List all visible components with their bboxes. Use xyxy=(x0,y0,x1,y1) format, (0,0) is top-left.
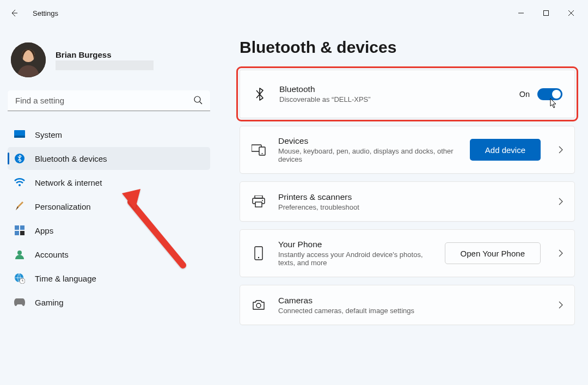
svg-point-23 xyxy=(258,257,259,258)
search-input[interactable] xyxy=(8,90,210,111)
accounts-icon xyxy=(14,249,25,260)
globe-clock-icon xyxy=(14,273,25,284)
window-controls xyxy=(509,4,584,22)
arrow-left-icon xyxy=(10,9,19,17)
svg-point-2 xyxy=(22,49,35,62)
apps-icon xyxy=(14,225,25,236)
gaming-icon xyxy=(14,297,25,308)
devices-icon xyxy=(251,144,266,156)
search-box[interactable] xyxy=(8,90,210,111)
chevron-right-icon xyxy=(558,145,564,154)
svg-rect-5 xyxy=(14,136,25,138)
printer-icon xyxy=(251,195,266,207)
sidebar-item-time[interactable]: Time & language xyxy=(8,267,210,290)
card-devices[interactable]: Devices Mouse, keyboard, pen, audio, dis… xyxy=(240,126,575,174)
back-button[interactable] xyxy=(7,5,22,21)
main-content: Bluetooth & devices Bluetooth Discoverab… xyxy=(218,26,588,385)
sidebar-item-personalization[interactable]: Personalization xyxy=(8,195,210,218)
card-title: Printers & scanners xyxy=(278,192,541,202)
card-title: Your Phone xyxy=(278,240,433,249)
card-subtitle: Preferences, troubleshoot xyxy=(278,203,541,211)
sidebar-item-network[interactable]: Network & internet xyxy=(8,171,210,194)
sidebar-item-label: Apps xyxy=(35,226,53,235)
paintbrush-icon xyxy=(14,201,25,212)
sidebar-item-bluetooth[interactable]: Bluetooth & devices xyxy=(8,147,210,170)
svg-rect-9 xyxy=(20,225,24,230)
card-subtitle: Connected cameras, default image setting… xyxy=(278,307,541,315)
minimize-button[interactable] xyxy=(509,4,534,22)
chevron-right-icon xyxy=(558,249,564,258)
card-title: Cameras xyxy=(278,296,541,305)
sidebar-item-system[interactable]: System xyxy=(8,123,210,146)
minimize-icon xyxy=(518,10,524,16)
svg-rect-20 xyxy=(255,202,262,207)
bluetooth-icon xyxy=(14,153,25,164)
svg-rect-10 xyxy=(15,231,19,235)
close-button[interactable] xyxy=(559,4,584,22)
sidebar-item-label: Time & language xyxy=(35,274,96,283)
maximize-button[interactable] xyxy=(534,4,559,22)
sidebar-item-label: Network & internet xyxy=(35,178,102,187)
card-title: Devices xyxy=(278,136,458,146)
sidebar-item-label: System xyxy=(35,130,62,139)
card-subtitle: Instantly access your Android device's p… xyxy=(278,250,433,267)
bluetooth-icon xyxy=(252,87,267,101)
card-your-phone[interactable]: Your Phone Instantly access your Android… xyxy=(240,229,575,277)
user-email-redacted xyxy=(56,60,154,70)
user-name: Brian Burgess xyxy=(56,50,154,59)
sidebar-item-accounts[interactable]: Accounts xyxy=(8,243,210,266)
sidebar-item-label: Accounts xyxy=(35,250,69,259)
system-icon xyxy=(14,129,25,140)
nav-list: System Bluetooth & devices Network & int… xyxy=(8,123,210,314)
open-your-phone-button[interactable]: Open Your Phone xyxy=(445,242,541,264)
card-subtitle: Mouse, keyboard, pen, audio, displays an… xyxy=(278,147,458,163)
card-subtitle: Discoverable as “DELL-XPS” xyxy=(279,95,507,103)
sidebar-item-gaming[interactable]: Gaming xyxy=(8,291,210,314)
bluetooth-toggle[interactable] xyxy=(537,88,562,100)
page-title: Bluetooth & devices xyxy=(240,38,575,57)
maximize-icon xyxy=(543,10,549,16)
sidebar: Brian Burgess System Bluetooth & devices… xyxy=(0,26,218,385)
chevron-right-icon xyxy=(558,301,564,309)
svg-point-12 xyxy=(17,250,22,255)
user-profile[interactable]: Brian Burgess xyxy=(8,33,210,90)
search-icon xyxy=(193,95,204,106)
phone-icon xyxy=(251,246,266,260)
add-device-button[interactable]: Add device xyxy=(470,139,541,161)
svg-rect-11 xyxy=(20,231,24,235)
chevron-right-icon xyxy=(558,197,564,206)
svg-point-7 xyxy=(19,184,21,186)
card-cameras[interactable]: Cameras Connected cameras, default image… xyxy=(240,285,575,325)
close-icon xyxy=(568,10,574,16)
camera-icon xyxy=(251,300,266,310)
svg-rect-8 xyxy=(15,225,19,230)
wifi-icon xyxy=(14,177,25,188)
svg-point-3 xyxy=(194,96,200,102)
card-title: Bluetooth xyxy=(279,84,507,94)
sidebar-item-apps[interactable]: Apps xyxy=(8,219,210,242)
svg-point-17 xyxy=(262,153,263,154)
svg-point-24 xyxy=(256,303,261,308)
svg-rect-1 xyxy=(11,42,46,77)
svg-point-21 xyxy=(262,200,263,201)
app-title: Settings xyxy=(33,9,58,17)
toggle-label: On xyxy=(519,90,530,99)
sidebar-item-label: Gaming xyxy=(35,298,64,307)
svg-rect-0 xyxy=(544,11,549,16)
card-printers[interactable]: Printers & scanners Preferences, trouble… xyxy=(240,181,575,222)
svg-rect-18 xyxy=(255,195,262,198)
card-bluetooth[interactable]: Bluetooth Discoverable as “DELL-XPS” On xyxy=(240,70,575,118)
avatar xyxy=(11,42,46,77)
title-bar: Settings xyxy=(0,0,588,26)
sidebar-item-label: Bluetooth & devices xyxy=(35,154,107,163)
sidebar-item-label: Personalization xyxy=(35,202,91,211)
